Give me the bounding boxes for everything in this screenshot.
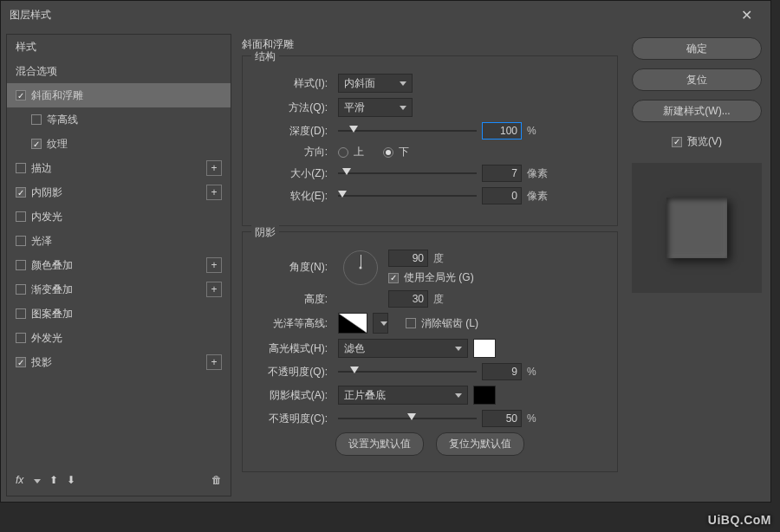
sidebar-item-patoverlay[interactable]: 图案叠加 xyxy=(7,302,231,326)
reset-default-button[interactable]: 复位为默认值 xyxy=(436,432,524,456)
sidebar-item-stroke[interactable]: 描边+ xyxy=(7,156,231,180)
size-label: 大小(Z): xyxy=(253,166,328,181)
checkbox-icon[interactable] xyxy=(16,187,26,198)
chevron-down-icon xyxy=(455,347,462,351)
checkbox-icon[interactable] xyxy=(16,163,26,173)
checkbox-icon[interactable] xyxy=(16,357,26,367)
add-effect-icon[interactable]: + xyxy=(206,185,222,200)
add-effect-icon[interactable]: + xyxy=(206,160,222,176)
shadow-opacity-slider[interactable] xyxy=(338,410,477,427)
new-style-button[interactable]: 新建样式(W)... xyxy=(632,100,762,122)
sidebar-item-innerglow[interactable]: 内发光 xyxy=(7,204,231,229)
right-panel: 确定 复位 新建样式(W)... 预览(V) xyxy=(623,29,770,502)
arrow-down-icon[interactable]: ⬇ xyxy=(67,474,75,486)
soften-input[interactable]: 0 xyxy=(482,187,522,204)
shading-legend: 阴影 xyxy=(251,225,279,240)
sidebar-item-innershadow[interactable]: 内阴影+ xyxy=(7,180,231,204)
checkbox-icon[interactable] xyxy=(16,90,26,101)
depth-label: 深度(D): xyxy=(253,124,328,139)
sidebar-item-texture[interactable]: 纹理 xyxy=(7,132,231,156)
shading-group: 阴影 角度(N): 90 度 使用全局光 (G) xyxy=(242,231,618,472)
sidebar-item-coloroverlay[interactable]: 颜色叠加+ xyxy=(7,253,231,277)
checkbox-icon[interactable] xyxy=(16,260,26,270)
sidebar-item-satin[interactable]: 光泽 xyxy=(7,229,231,253)
size-slider[interactable] xyxy=(338,165,477,182)
fx-menu-icon[interactable]: fx xyxy=(16,474,41,486)
highlight-opacity-label: 不透明度(Q): xyxy=(253,365,328,380)
checkbox-icon[interactable] xyxy=(16,236,26,246)
shadow-opacity-label: 不透明度(C): xyxy=(253,412,328,426)
direction-label: 方向: xyxy=(253,145,328,159)
settings-panel: 斜面和浮雕 结构 样式(I): 内斜面 方法(Q): 平滑 深度(D): 100… xyxy=(237,29,623,502)
shadow-mode-select[interactable]: 正片叠底 xyxy=(338,386,468,405)
gloss-contour-label: 光泽等高线: xyxy=(253,316,328,331)
structure-group: 结构 样式(I): 内斜面 方法(Q): 平滑 深度(D): 100 % 方向: xyxy=(242,55,618,226)
add-effect-icon[interactable]: + xyxy=(206,354,222,370)
title-bar: 图层样式 ✕ xyxy=(1,1,770,29)
global-light-checkbox[interactable] xyxy=(388,273,399,283)
add-effect-icon[interactable]: + xyxy=(206,282,222,297)
checkbox-icon[interactable] xyxy=(16,211,26,222)
watermark: UiBQ.CoM xyxy=(708,513,771,527)
angle-label: 角度(N): xyxy=(253,260,328,275)
shadow-color-swatch[interactable] xyxy=(473,386,496,405)
set-default-button[interactable]: 设置为默认值 xyxy=(335,432,424,456)
sidebar-item-styles[interactable]: 样式 xyxy=(7,35,231,59)
shadow-mode-label: 阴影模式(A): xyxy=(253,388,328,403)
close-button[interactable]: ✕ xyxy=(731,2,762,28)
angle-input[interactable]: 90 xyxy=(388,250,428,267)
add-effect-icon[interactable]: + xyxy=(206,257,222,273)
checkbox-icon[interactable] xyxy=(16,284,26,295)
gloss-contour-dropdown[interactable] xyxy=(373,313,388,334)
sidebar-item-contour[interactable]: 等高线 xyxy=(7,107,231,132)
direction-up-radio[interactable] xyxy=(338,147,348,158)
ok-button[interactable]: 确定 xyxy=(632,37,762,60)
soften-slider[interactable] xyxy=(338,187,477,204)
sidebar-item-outerglow[interactable]: 外发光 xyxy=(7,326,231,350)
highlight-mode-label: 高光模式(H): xyxy=(253,341,328,356)
panel-title: 斜面和浮雕 xyxy=(242,37,618,52)
chevron-down-icon xyxy=(455,393,462,398)
checkbox-icon[interactable] xyxy=(31,139,42,149)
sidebar-item-blending[interactable]: 混合选项 xyxy=(7,59,231,83)
chevron-down-icon xyxy=(400,106,406,110)
altitude-label: 高度: xyxy=(253,292,328,307)
reset-button[interactable]: 复位 xyxy=(632,68,762,91)
checkbox-icon[interactable] xyxy=(16,333,26,343)
highlight-opacity-input[interactable]: 9 xyxy=(482,363,522,380)
sidebar-item-gradoverlay[interactable]: 渐变叠加+ xyxy=(7,277,231,302)
structure-legend: 结构 xyxy=(251,49,279,64)
soften-label: 软化(E): xyxy=(253,189,328,204)
highlight-mode-select[interactable]: 滤色 xyxy=(338,339,468,358)
checkbox-icon[interactable] xyxy=(16,308,26,319)
depth-slider[interactable] xyxy=(338,122,477,139)
shadow-opacity-input[interactable]: 50 xyxy=(482,410,522,427)
altitude-input[interactable]: 30 xyxy=(388,290,428,308)
chevron-down-icon xyxy=(380,321,387,326)
style-select[interactable]: 内斜面 xyxy=(338,74,413,93)
dialog-title: 图层样式 xyxy=(10,8,51,23)
checkbox-icon[interactable] xyxy=(31,114,42,125)
angle-dial[interactable] xyxy=(343,250,378,285)
style-label: 样式(I): xyxy=(253,76,328,91)
gloss-contour-picker[interactable] xyxy=(338,313,367,334)
highlight-color-swatch[interactable] xyxy=(473,339,496,358)
sidebar-item-bevel[interactable]: 斜面和浮雕 xyxy=(7,83,231,107)
method-select[interactable]: 平滑 xyxy=(338,98,413,117)
preview-thumbnail xyxy=(632,163,762,293)
styles-sidebar: 样式 混合选项 斜面和浮雕 等高线 纹理 描边+ 内阴影+ 内发光 光泽 颜色叠… xyxy=(6,34,231,496)
sidebar-item-dropshadow[interactable]: 投影+ xyxy=(7,350,231,374)
direction-down-radio[interactable] xyxy=(383,147,393,158)
arrow-up-icon[interactable]: ⬆ xyxy=(49,474,58,486)
size-input[interactable]: 7 xyxy=(482,165,522,182)
highlight-opacity-slider[interactable] xyxy=(338,363,477,380)
antialias-checkbox[interactable] xyxy=(406,318,416,328)
preview-checkbox[interactable] xyxy=(672,137,682,147)
depth-input[interactable]: 100 xyxy=(482,122,522,139)
method-label: 方法(Q): xyxy=(253,101,328,115)
chevron-down-icon xyxy=(400,81,406,86)
trash-icon[interactable]: 🗑 xyxy=(211,474,222,486)
